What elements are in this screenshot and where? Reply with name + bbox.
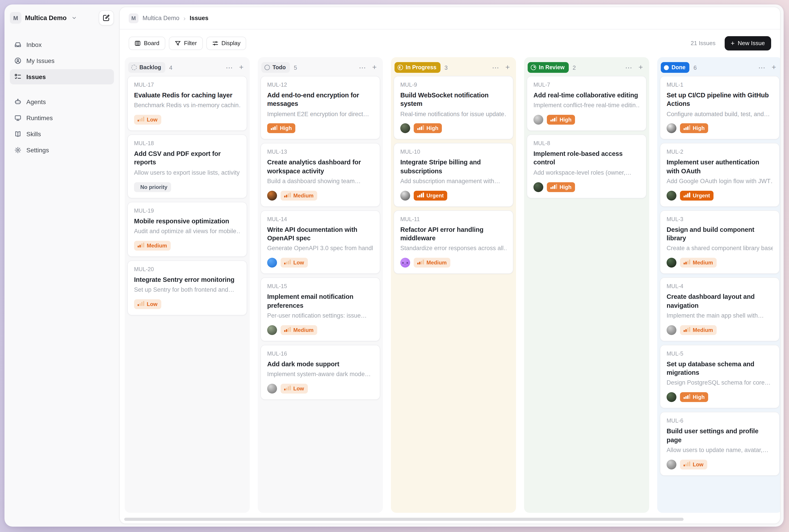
priority-label: Medium	[293, 192, 314, 199]
priority-icon	[683, 327, 690, 333]
chevron-down-icon[interactable]	[71, 15, 77, 21]
sidebar-item-settings[interactable]: Settings	[10, 142, 114, 158]
issue-card-footer: Medium	[666, 325, 773, 335]
sidebar: M Multica Demo Inbox	[4, 4, 119, 527]
issue-title: Set up CI/CD pipeline with GitHub Action…	[666, 91, 773, 108]
issue-description: Set up Sentry for both frontend and…	[134, 286, 240, 294]
priority-icon	[417, 192, 424, 199]
display-button-label: Display	[221, 40, 240, 46]
issue-id: MUL-18	[134, 140, 240, 147]
issue-title: Evaluate Redis for caching layer	[134, 91, 240, 100]
issue-card[interactable]: MUL-9 Build WebSocket notification syste…	[394, 76, 513, 139]
priority-label: High	[560, 184, 571, 190]
issue-card[interactable]: MUL-5 Set up database schema and migrati…	[660, 345, 779, 408]
issue-title: Refactor API error handling middleware	[400, 226, 507, 243]
issue-card[interactable]: MUL-10 Integrate Stripe billing and subs…	[394, 143, 513, 207]
issue-card[interactable]: MUL-12 Add end-to-end encryption for mes…	[261, 76, 380, 139]
sidebar-item-inbox[interactable]: Inbox	[10, 37, 114, 52]
status-label: Todo	[273, 64, 286, 71]
column-header: In Review 2 ⋯ +	[527, 60, 646, 75]
issue-card[interactable]: MUL-11 Refactor API error handling middl…	[394, 210, 513, 274]
issue-card[interactable]: MUL-20 Integrate Sentry error monitoring…	[127, 261, 247, 315]
column-add-button[interactable]: +	[371, 63, 377, 72]
issue-card[interactable]: MUL-1 Set up CI/CD pipeline with GitHub …	[660, 76, 779, 139]
priority-icon	[284, 192, 290, 199]
issue-card[interactable]: MUL-2 Implement user authentication with…	[660, 143, 779, 207]
status-icon	[664, 65, 669, 70]
issue-card[interactable]: MUL-16 Add dark mode support Implement s…	[261, 345, 380, 400]
column-cards: MUL-7 Add real-time collaborative editin…	[527, 75, 646, 198]
filter-button[interactable]: Filter	[169, 36, 203, 50]
board-icon	[134, 40, 141, 46]
issue-card-footer: Low	[267, 258, 374, 268]
issue-title: Build user settings and profile page	[666, 427, 773, 444]
priority-icon	[284, 327, 290, 333]
sidebar-item-my-issues[interactable]: My Issues	[10, 53, 114, 68]
column-menu-button[interactable]: ⋯	[757, 63, 767, 72]
issue-id: MUL-12	[267, 82, 374, 88]
issue-id: MUL-20	[134, 266, 240, 272]
column-cards: MUL-1 Set up CI/CD pipeline with GitHub …	[660, 75, 779, 475]
issue-description: Audit and optimize all views for mobile…	[134, 227, 240, 236]
issue-description: Add subscription management with…	[400, 177, 507, 186]
sidebar-item-runtimes[interactable]: Runtimes	[10, 110, 114, 126]
assignee-avatar	[533, 182, 543, 192]
priority-label: Low	[693, 461, 703, 468]
column-menu-button[interactable]: ⋯	[225, 63, 234, 72]
issue-card[interactable]: MUL-8 Implement role-based access contro…	[527, 134, 646, 198]
issue-card[interactable]: MUL-18 Add CSV and PDF export for report…	[127, 134, 247, 198]
issue-id: MUL-10	[400, 149, 507, 155]
issue-id: MUL-5	[666, 350, 773, 357]
new-issue-compose-button[interactable]	[99, 10, 114, 25]
issue-card[interactable]: MUL-3 Design and build component library…	[660, 210, 779, 274]
board-column-backlog: Backlog 4 ⋯ + MUL-17 Evaluate Redis for …	[125, 57, 250, 513]
priority-icon	[683, 192, 690, 199]
agents-icon	[14, 98, 21, 106]
issue-card-footer: Urgent	[400, 191, 507, 201]
issue-card-footer: High	[267, 124, 374, 133]
column-cards: MUL-9 Build WebSocket notification syste…	[394, 75, 513, 274]
board-view-button[interactable]: Board	[129, 36, 165, 50]
column-add-button[interactable]: +	[638, 63, 644, 72]
new-issue-button-label: New Issue	[738, 40, 765, 46]
new-issue-button[interactable]: + New Issue	[725, 36, 771, 50]
column-menu-button[interactable]: ⋯	[358, 63, 367, 72]
issue-card[interactable]: MUL-13 Create analytics dashboard for wo…	[261, 143, 380, 207]
issue-card[interactable]: MUL-14 Write API documentation with Open…	[261, 210, 380, 274]
priority-label: Medium	[693, 327, 713, 333]
board-column-done: Done 6 ⋯ + MUL-1 Set up CI/CD pipeline w…	[657, 57, 780, 513]
horizontal-scrollbar[interactable]	[124, 518, 683, 521]
issue-title: Implement role-based access control	[533, 150, 640, 167]
priority-icon	[550, 184, 557, 190]
issue-id: MUL-16	[267, 350, 374, 357]
issue-card[interactable]: MUL-17 Evaluate Redis for caching layer …	[127, 76, 247, 131]
issue-card-footer: ×_× Medium	[400, 258, 507, 268]
sidebar-item-agents[interactable]: Agents	[10, 94, 114, 110]
sidebar-item-skills[interactable]: Skills	[10, 127, 114, 141]
issue-title: Integrate Stripe billing and subscriptio…	[400, 158, 507, 175]
priority-label: High	[693, 125, 705, 132]
status-icon	[398, 65, 403, 70]
display-button[interactable]: Display	[206, 36, 246, 50]
sidebar-item-issues[interactable]: Issues	[10, 69, 114, 84]
issue-id: MUL-13	[267, 149, 374, 155]
assignee-avatar	[267, 384, 277, 394]
issue-card-footer: Low	[666, 459, 773, 469]
breadcrumb-workspace[interactable]: Multica Demo	[143, 15, 180, 21]
issue-card[interactable]: MUL-7 Add real-time collaborative editin…	[527, 76, 646, 131]
issue-card[interactable]: MUL-4 Create dashboard layout and naviga…	[660, 278, 779, 341]
issue-card[interactable]: MUL-6 Build user settings and profile pa…	[660, 412, 779, 476]
priority-label: Medium	[293, 327, 314, 333]
workspace-name[interactable]: Multica Demo	[25, 14, 67, 21]
issue-title: Add end-to-end encryption for messages	[267, 91, 374, 108]
issue-title: Create dashboard layout and navigation	[666, 293, 773, 310]
issue-card[interactable]: MUL-15 Implement email notification pref…	[261, 278, 380, 341]
priority-badge: High	[547, 115, 575, 125]
column-add-button[interactable]: +	[504, 63, 511, 72]
column-menu-button[interactable]: ⋯	[491, 63, 501, 72]
column-menu-button[interactable]: ⋯	[624, 63, 634, 72]
issue-card[interactable]: MUL-19 Mobile responsive optimization Au…	[127, 202, 247, 256]
column-add-button[interactable]: +	[771, 63, 777, 72]
column-add-button[interactable]: +	[238, 63, 244, 72]
assignee-avatar	[666, 191, 676, 201]
